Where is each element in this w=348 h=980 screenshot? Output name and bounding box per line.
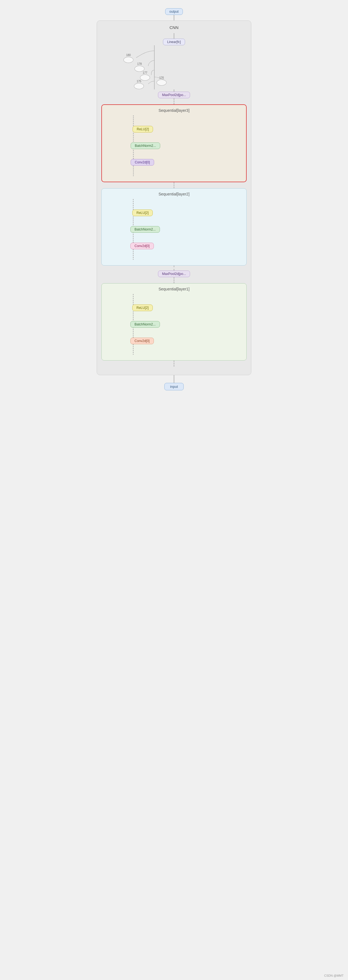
- cnn-label: CNN: [169, 25, 179, 30]
- seq-layer1-box: Sequential[layer1] ReLU[2] BatchNorm2...: [101, 283, 247, 361]
- conv2d-l2-node: Conv2d[0]: [130, 243, 154, 249]
- conv2d-l3-container: Conv2d[0]: [131, 159, 154, 165]
- relu-l1-node: ReLU[2]: [132, 304, 153, 311]
- linear-section: Linear[fc]: [101, 33, 247, 45]
- ellipse-175-group: 175: [134, 80, 144, 89]
- cnn-box: CNN Linear[fc]: [97, 21, 251, 375]
- relu-l1-container: ReLU[2]: [132, 304, 153, 311]
- seq-layer2-content: ReLU[2] BatchNorm2... Conv2d[0]: [106, 199, 242, 260]
- batchnorm-l1-container: BatchNorm2...: [130, 321, 160, 328]
- seq-layer3-label: Sequential[layer3]: [158, 108, 190, 113]
- seq-layer3-content: ReLU[2] BatchNorm2... Conv2d[0]: [106, 115, 242, 176]
- diagram-container: output CNN Linear[fc]: [0, 0, 348, 980]
- connector-to-maxpool-top: [174, 89, 174, 92]
- ellipse-177-label: 177: [143, 71, 147, 74]
- relu-l2-container: ReLU[2]: [132, 210, 153, 216]
- batchnorm-l2-node: BatchNorm2...: [130, 226, 160, 233]
- batchnorm-l3-container: BatchNorm2...: [131, 142, 160, 149]
- batchnorm-l2-container: BatchNorm2...: [130, 226, 160, 233]
- ellipse-175: [134, 83, 144, 89]
- ellipse-cluster: 180 178 177 176 175: [101, 45, 247, 89]
- ellipse-176-label: 176: [160, 76, 164, 79]
- seq1-svg: [106, 294, 242, 355]
- conv2d-l3-node: Conv2d[0]: [131, 159, 154, 165]
- seq3-svg: [106, 115, 242, 176]
- connector-seq1-bottom: [174, 361, 174, 367]
- conv2d-l1-node: Conv2d[0]: [130, 337, 154, 344]
- ellipse-178-group: 178: [134, 62, 144, 72]
- connector-cnn-to-input: [174, 375, 174, 383]
- maxpool-top-section: MaxPool2d[po...: [101, 89, 247, 104]
- linear-node: Linear[fc]: [163, 39, 185, 45]
- ellipse-180-label: 180: [126, 54, 131, 57]
- relu-l2-node: ReLU[2]: [132, 210, 153, 216]
- maxpool-mid-section: MaxPool2d[po...: [101, 270, 247, 283]
- connector-maxpool-mid-to-seq1: [174, 277, 174, 283]
- ellipse-175-label: 175: [137, 80, 141, 83]
- ellipse-176: [156, 80, 166, 86]
- ellipse-180: [123, 57, 133, 63]
- seq-layer1-content: ReLU[2] BatchNorm2... Conv2d[0]: [106, 294, 242, 355]
- maxpool-mid-node: MaxPool2d[po...: [158, 270, 190, 277]
- connector-seq3-to-seq2: [174, 182, 174, 188]
- relu-l3-node: ReLU[2]: [132, 126, 153, 132]
- seq-layer2-label: Sequential[layer2]: [158, 192, 190, 196]
- maxpool-top-node: MaxPool2d[po...: [158, 92, 190, 98]
- batchnorm-l1-node: BatchNorm2...: [130, 321, 160, 328]
- seq-layer2-box: Sequential[layer2] ReLU[2] BatchNorm2...: [101, 188, 247, 266]
- relu-l3-container: ReLU[2]: [132, 126, 153, 132]
- seq-layer3-box: Sequential[layer3] ReLU[2] BatchNorm2...: [101, 104, 247, 182]
- output-section: output: [0, 8, 348, 21]
- connector-to-linear: [174, 33, 174, 39]
- connector-seq2-to-maxpool-mid: [174, 266, 174, 270]
- watermark: CSDN @MMT: [324, 974, 343, 977]
- ellipse-180-group: 180: [123, 54, 133, 63]
- batchnorm-l3-node: BatchNorm2...: [131, 142, 160, 149]
- seq-layer1-label: Sequential[layer1]: [158, 287, 190, 291]
- connector-output: [174, 15, 174, 21]
- connector-maxpool-to-seq3: [174, 98, 174, 104]
- conv2d-l1-container: Conv2d[0]: [130, 337, 154, 344]
- ellipse-svg: [101, 45, 247, 89]
- ellipse-177-group: 177: [140, 71, 150, 81]
- input-node: input: [164, 383, 184, 390]
- seq2-svg: [106, 199, 242, 260]
- output-node: output: [165, 8, 182, 15]
- ellipse-176-group: 176: [156, 76, 166, 86]
- ellipse-178: [134, 66, 144, 72]
- ellipse-178-label: 178: [137, 62, 142, 65]
- conv2d-l2-container: Conv2d[0]: [130, 243, 154, 249]
